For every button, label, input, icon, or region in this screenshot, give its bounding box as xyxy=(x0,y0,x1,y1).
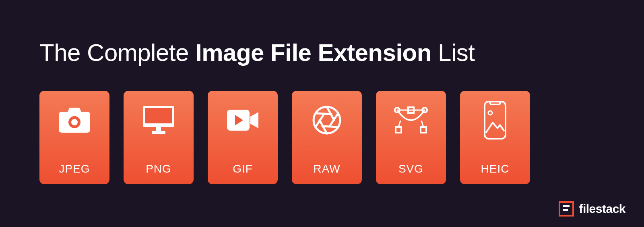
camera-icon xyxy=(56,102,93,138)
svg-rect-14 xyxy=(421,127,426,133)
title-prefix: The Complete xyxy=(39,39,195,66)
phone-image-icon xyxy=(477,102,513,138)
monitor-icon xyxy=(140,102,177,138)
card-gif: GIF xyxy=(208,91,278,184)
card-label: RAW xyxy=(292,162,362,175)
svg-rect-21 xyxy=(563,209,568,211)
card-label: SVG xyxy=(376,162,446,175)
card-label: PNG xyxy=(124,162,194,175)
svg-line-16 xyxy=(421,121,423,127)
card-heic: HEIC xyxy=(460,91,530,184)
card-png: PNG xyxy=(124,91,194,184)
svg-rect-13 xyxy=(396,127,401,133)
svg-point-7 xyxy=(314,107,340,133)
svg-point-18 xyxy=(488,111,492,115)
svg-line-15 xyxy=(398,121,400,127)
svg-rect-3 xyxy=(145,108,172,123)
card-label: HEIC xyxy=(460,162,530,175)
card-list: JPEG PNG GIF xyxy=(39,91,530,184)
title-suffix: List xyxy=(431,39,475,66)
brand-name: filestack xyxy=(579,202,625,216)
svg-rect-20 xyxy=(563,205,570,207)
title-bold: Image File Extension xyxy=(195,39,431,66)
vector-icon xyxy=(393,102,429,138)
svg-rect-5 xyxy=(152,131,165,134)
filestack-logo-icon xyxy=(559,201,574,217)
video-icon xyxy=(225,102,261,138)
card-label: GIF xyxy=(208,162,278,175)
svg-rect-17 xyxy=(485,102,506,139)
svg-point-1 xyxy=(71,119,78,125)
brand: filestack xyxy=(559,201,625,217)
card-raw: RAW xyxy=(292,91,362,184)
card-svg: SVG xyxy=(376,91,446,184)
svg-rect-4 xyxy=(156,127,161,131)
page-title: The Complete Image File Extension List xyxy=(39,39,475,67)
aperture-icon xyxy=(309,102,345,138)
card-label: JPEG xyxy=(39,162,109,175)
card-jpeg: JPEG xyxy=(39,91,109,184)
